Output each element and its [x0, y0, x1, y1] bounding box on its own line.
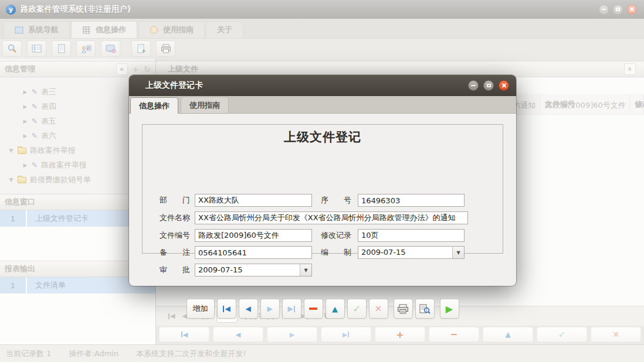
- record-count-label: 当前记录数 1: [6, 349, 51, 359]
- folder-icon: [18, 177, 26, 183]
- tab-user-guide[interactable]: 使用指南: [138, 21, 205, 38]
- delete-record-button[interactable]: [304, 299, 323, 319]
- nav-first-button[interactable]: ◀: [159, 327, 209, 342]
- nav-prev-button[interactable]: ◀: [213, 327, 263, 342]
- tab-system-nav[interactable]: 系统导航: [4, 21, 70, 38]
- window-maximize-button[interactable]: [613, 5, 623, 15]
- info-window-title: 信息窗口: [5, 197, 35, 207]
- document-add-icon: [136, 44, 147, 53]
- print-button[interactable]: [394, 299, 413, 319]
- add-record-button[interactable]: +: [375, 327, 425, 342]
- chevron-right-icon[interactable]: ▶: [21, 89, 29, 95]
- dialog-maximize-button[interactable]: [483, 80, 494, 91]
- approve-date-value: 2009-07-15: [195, 264, 300, 276]
- minus-icon: [309, 308, 317, 310]
- dialog-superior-document-card: 上级文件登记卡 信息操作 使用指南 上级文件登记 部 门 序 号 文件名称 文件…: [129, 75, 516, 286]
- cancel-edit-button[interactable]: ✕: [369, 299, 388, 319]
- monitor-button[interactable]: [101, 40, 120, 57]
- tree-item-label: 表五: [41, 116, 56, 127]
- add-button[interactable]: 增加: [187, 299, 215, 319]
- print-preview-icon: [419, 304, 431, 314]
- dialog-close-button[interactable]: [499, 80, 509, 91]
- sidebar-collapse-button[interactable]: «: [116, 63, 128, 75]
- confirm-button[interactable]: ✓: [537, 327, 587, 342]
- app-logo-icon: y: [6, 5, 16, 15]
- dialog-title: 上级文件登记卡: [145, 80, 463, 91]
- tab-label: 关于: [217, 25, 232, 35]
- chevron-down-icon[interactable]: ▼: [7, 148, 15, 153]
- sidebar-title: 信息管理: [5, 64, 35, 74]
- form-leaf-icon: ✎: [32, 117, 38, 125]
- nav-next-button[interactable]: ▶: [267, 327, 317, 342]
- dropdown-arrow-icon[interactable]: ▼: [300, 264, 311, 276]
- dialog-button-bar: 增加 ◀ ◀ ▶ ▶ ▲ ✓ ✕ ▶: [129, 299, 516, 319]
- search-button[interactable]: [2, 40, 22, 57]
- doc-name-input[interactable]: [195, 211, 468, 224]
- record-first-button[interactable]: ◀: [217, 299, 236, 319]
- doc-number-input[interactable]: [195, 229, 312, 242]
- form-leaf-icon: ✎: [32, 88, 38, 96]
- window-minimize-button[interactable]: [599, 5, 609, 15]
- edit-record-button[interactable]: ▲: [326, 299, 345, 319]
- printer-icon: [161, 44, 171, 53]
- dialog-titlebar: 上级文件登记卡: [129, 75, 516, 96]
- window-title: 路政案件管理系统(非注册用户): [21, 4, 595, 15]
- tree-item-label: 表三: [41, 87, 56, 97]
- compile-date-dropdown[interactable]: 2009-07-15 ▼: [358, 246, 465, 259]
- square-icon: [15, 26, 23, 34]
- cell-revision: 10页: [630, 96, 644, 114]
- window-close-button[interactable]: [627, 5, 637, 15]
- tab-about[interactable]: 关于: [206, 21, 243, 38]
- department-input[interactable]: [195, 194, 312, 207]
- main-toolbar: [0, 39, 644, 59]
- guide-clock-icon: [150, 26, 158, 34]
- table-icon: [32, 44, 42, 53]
- serial-input[interactable]: [358, 194, 465, 207]
- dropdown-arrow-icon[interactable]: ▼: [452, 247, 464, 258]
- list-view-button[interactable]: [27, 40, 46, 57]
- tree-item-label: 表六: [41, 131, 56, 141]
- form-leaf-icon: ✎: [32, 103, 38, 111]
- document-button[interactable]: [52, 40, 71, 57]
- printer-button[interactable]: [156, 40, 175, 57]
- cancel-button[interactable]: ✕: [591, 327, 641, 342]
- form-heading: 上级文件登记: [129, 129, 516, 145]
- status-message: 本系统支持二次开发和全新开发!: [136, 349, 246, 359]
- printer-icon: [397, 304, 409, 314]
- delete-record-button[interactable]: −: [429, 327, 479, 342]
- edit-record-button[interactable]: ▲: [483, 327, 533, 342]
- add-document-button[interactable]: [131, 40, 151, 57]
- approve-date-dropdown[interactable]: 2009-07-15 ▼: [195, 264, 312, 276]
- print-preview-button[interactable]: [415, 299, 435, 319]
- nav-last-button[interactable]: ▶: [321, 327, 371, 342]
- dialog-minimize-button[interactable]: [468, 80, 479, 91]
- post-record-button[interactable]: ✓: [347, 299, 367, 319]
- sidebar-refresh-icon[interactable]: ↻: [144, 64, 151, 74]
- chevron-right-icon[interactable]: ▶: [21, 104, 29, 110]
- approve-label: 审 批: [160, 264, 190, 276]
- remark-input[interactable]: [195, 246, 312, 259]
- run-report-button[interactable]: ▶: [440, 299, 459, 319]
- compile-label: 编 制: [321, 246, 351, 259]
- form-leaf-icon: ✎: [32, 132, 38, 140]
- tab-label: 系统导航: [28, 25, 59, 35]
- record-next-button[interactable]: ▶: [260, 299, 280, 319]
- chevron-right-icon[interactable]: ▶: [21, 118, 29, 124]
- sidebar-add-icon[interactable]: +: [133, 64, 140, 74]
- doc-name-label: 文件名称: [160, 211, 190, 224]
- dialog-tab-user-guide[interactable]: 使用指南: [181, 97, 229, 113]
- chevron-down-icon[interactable]: ▼: [7, 177, 15, 183]
- grid-icon: [82, 26, 91, 34]
- chevron-right-icon[interactable]: ▶: [21, 162, 29, 168]
- chevron-right-icon[interactable]: ▶: [21, 133, 29, 139]
- dialog-tab-info-operation[interactable]: 信息操作: [130, 97, 178, 114]
- panel-collapse-up-button[interactable]: «: [624, 63, 636, 75]
- record-last-button[interactable]: ▶: [282, 299, 301, 319]
- record-prev-button[interactable]: ◀: [239, 299, 258, 319]
- user-report-button[interactable]: [76, 40, 96, 57]
- tab-info-operation[interactable]: 信息操作: [71, 21, 137, 38]
- revision-input[interactable]: [358, 229, 465, 242]
- tab-label: 使用指南: [163, 25, 194, 35]
- form-leaf-icon: ✎: [32, 161, 38, 169]
- status-bar: 当前记录数 1 操作者:Admin 本系统支持二次开发和全新开发!: [0, 344, 644, 362]
